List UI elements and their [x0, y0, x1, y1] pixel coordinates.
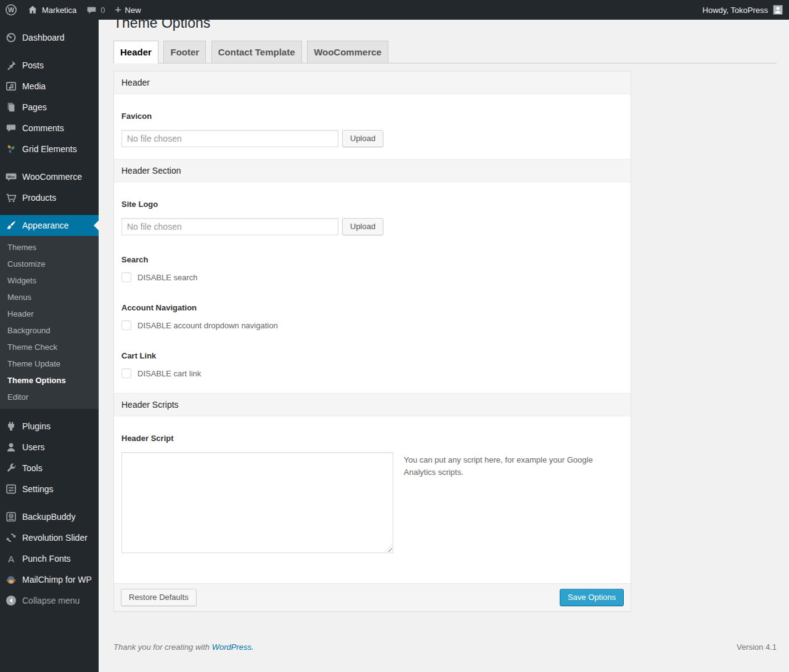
sidebar-item-label: Users — [22, 442, 45, 452]
sidebar-item-label: MailChimp for WP — [22, 575, 92, 585]
comments-menu[interactable]: 0 — [81, 0, 110, 20]
sidebar-item-mailchimp[interactable]: MailChimp for WP — [0, 569, 99, 590]
woocommerce-icon: Woo — [5, 171, 17, 183]
site-name-menu[interactable]: Marketica — [22, 0, 81, 20]
plugin-icon — [5, 420, 17, 432]
sidebar-item-settings[interactable]: Settings — [0, 479, 99, 500]
favicon-file-input[interactable] — [121, 130, 338, 147]
site-logo-upload-button[interactable]: Upload — [342, 218, 383, 235]
collapse-menu-button[interactable]: Collapse menu — [0, 590, 99, 611]
sidebar-item-label: Grid Elements — [22, 144, 77, 154]
mailchimp-icon — [5, 573, 17, 586]
disable-cart-link-label: DISABLE cart link — [137, 369, 201, 378]
header-script-help-text: You can put any script here, for example… — [404, 452, 596, 553]
media-icon — [5, 80, 17, 92]
sidebar-item-dashboard[interactable]: Dashboard — [0, 27, 99, 48]
tab-bar: Header Footer Contact Template WooCommer… — [113, 41, 777, 63]
sidebar-item-revolution-slider[interactable]: Revolution Slider — [0, 527, 99, 548]
sidebar-item-label: Products — [22, 193, 56, 203]
account-menu[interactable]: Howdy, TokoPress — [701, 0, 784, 20]
submenu-item-widgets[interactable]: Widgets — [0, 272, 99, 289]
tab-contact-template[interactable]: Contact Template — [211, 41, 302, 63]
restore-defaults-button[interactable]: Restore Defaults — [121, 589, 197, 606]
sidebar-item-punch-fonts[interactable]: A Punch Fonts — [0, 548, 99, 569]
appearance-submenu: Themes Customize Widgets Menus Header Ba… — [0, 236, 99, 409]
sidebar-item-label: Punch Fonts — [22, 554, 71, 564]
disable-account-nav-label: DISABLE account dropdown navigation — [137, 321, 278, 330]
comment-bubble-icon — [86, 5, 97, 15]
admin-bar: W Marketica 0 + New Howdy, TokoPress — [0, 0, 789, 20]
user-icon — [5, 441, 17, 453]
sidebar-item-backupbuddy[interactable]: BackupBuddy — [0, 506, 99, 527]
sidebar-item-plugins[interactable]: Plugins — [0, 416, 99, 437]
section-title-header: Header — [114, 71, 631, 94]
page-footer: Thank you for creating with WordPress. V… — [113, 642, 777, 652]
section-title-header-section: Header Section — [114, 159, 631, 182]
panel-footer: Restore Defaults Save Options — [114, 583, 631, 611]
disable-cart-link-checkbox[interactable] — [121, 368, 131, 378]
save-options-button[interactable]: Save Options — [560, 589, 624, 606]
section-title-header-scripts: Header Scripts — [114, 393, 631, 416]
grid-elements-icon — [5, 143, 17, 155]
disable-account-nav-checkbox[interactable] — [121, 320, 131, 330]
cart-link-checkbox-row: DISABLE cart link — [121, 368, 623, 393]
submenu-item-background[interactable]: Background — [0, 322, 99, 339]
sidebar-item-appearance[interactable]: Appearance — [0, 215, 99, 236]
sidebar-item-label: Appearance — [22, 221, 69, 230]
disable-search-checkbox[interactable] — [121, 272, 131, 282]
sidebar-item-pages[interactable]: Pages — [0, 97, 99, 118]
wrench-icon — [5, 462, 17, 474]
footer-thanks-text: Thank you for creating with — [113, 642, 210, 652]
new-content-menu[interactable]: + New — [110, 0, 146, 20]
sidebar-item-woocommerce[interactable]: Woo WooCommerce — [0, 166, 99, 187]
section-body-header-section: Site Logo Upload Search DISABLE search A… — [114, 182, 631, 393]
tab-woocommerce[interactable]: WooCommerce — [307, 41, 388, 63]
sidebar-item-posts[interactable]: Posts — [0, 55, 99, 76]
submenu-item-themes[interactable]: Themes — [0, 239, 99, 256]
wp-logo-menu[interactable]: W — [0, 0, 22, 20]
submenu-item-theme-update[interactable]: Theme Update — [0, 355, 99, 372]
comment-icon — [5, 122, 17, 134]
letter-a-icon: A — [5, 553, 17, 565]
wordpress-link[interactable]: WordPress. — [212, 642, 254, 652]
section-body-header: Favicon Upload — [114, 94, 631, 159]
menu-separator — [0, 409, 99, 416]
submenu-item-editor[interactable]: Editor — [0, 389, 99, 405]
sidebar-item-comments[interactable]: Comments — [0, 118, 99, 139]
submenu-item-menus[interactable]: Menus — [0, 289, 99, 306]
cart-icon — [5, 192, 17, 204]
sidebar-item-tools[interactable]: Tools — [0, 458, 99, 479]
refresh-icon — [5, 532, 17, 544]
sidebar-item-users[interactable]: Users — [0, 437, 99, 458]
settings-icon — [5, 483, 17, 495]
backup-icon — [5, 511, 17, 523]
header-script-textarea[interactable] — [121, 452, 393, 553]
site-logo-file-input[interactable] — [121, 218, 338, 235]
submenu-item-theme-check[interactable]: Theme Check — [0, 339, 99, 355]
sidebar-item-grid-elements[interactable]: Grid Elements — [0, 139, 99, 160]
footer-version: Version 4.1 — [737, 642, 777, 652]
search-checkbox-row: DISABLE search — [121, 272, 623, 285]
submenu-item-header[interactable]: Header — [0, 306, 99, 322]
sidebar-item-products[interactable]: Products — [0, 187, 99, 208]
new-label: New — [125, 6, 141, 15]
sidebar-item-label: BackupBuddy — [22, 512, 75, 522]
sidebar-item-media[interactable]: Media — [0, 76, 99, 97]
favicon-upload-button[interactable]: Upload — [342, 130, 383, 147]
spacer — [121, 285, 623, 292]
sidebar-item-label: Pages — [22, 102, 47, 112]
tab-header[interactable]: Header — [113, 41, 158, 63]
sidebar-item-label: Posts — [22, 60, 44, 70]
submenu-item-theme-options[interactable]: Theme Options — [0, 372, 99, 389]
menu-separator — [0, 160, 99, 166]
submenu-item-customize[interactable]: Customize — [0, 256, 99, 272]
header-script-row: You can put any script here, for example… — [121, 452, 623, 583]
favicon-row: Upload — [121, 130, 623, 159]
comment-count: 0 — [100, 6, 105, 15]
menu-separator — [0, 208, 99, 215]
section-body-header-scripts: Header Script You can put any script her… — [114, 416, 631, 583]
theme-options-panel: Header Favicon Upload Header Section Sit… — [113, 71, 631, 612]
sidebar-item-label: Revolution Slider — [22, 533, 88, 543]
tab-footer[interactable]: Footer — [163, 41, 206, 63]
home-icon — [27, 4, 38, 15]
